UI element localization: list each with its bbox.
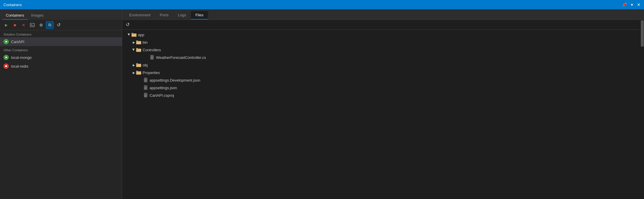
folder-icon-obj — [136, 63, 141, 67]
tree-item-appsettings-dev[interactable]: ▶ appsettings.Development.json — [122, 76, 644, 84]
left-panel: Containers Images ▶ ■ ✕ ⚙ ⧉ ↺ Solution C… — [0, 9, 122, 199]
tab-ports[interactable]: Ports — [155, 11, 173, 20]
file-icon-weatherforecast — [150, 55, 155, 60]
play-triangle-icon — [6, 40, 8, 43]
tree-item-app[interactable]: ▶ app — [122, 31, 644, 38]
title-bar-title: Containers — [3, 3, 22, 7]
stop-square-redis-icon — [5, 65, 7, 67]
status-icon-stopped-redis — [3, 64, 9, 69]
refresh-left-button[interactable]: ↺ — [55, 21, 62, 29]
stop-button[interactable]: ■ — [11, 21, 19, 29]
file-icon-cartapi-csproj — [144, 93, 148, 98]
tree-label-appsettings-dev: appsettings.Development.json — [150, 78, 200, 82]
main-layout: Containers Images ▶ ■ ✕ ⚙ ⧉ ↺ Solution C… — [0, 9, 644, 199]
svg-rect-10 — [136, 48, 138, 49]
remove-button[interactable]: ✕ — [20, 21, 27, 29]
expand-arrow-obj[interactable]: ▶ — [132, 63, 136, 67]
container-item-local-mongo[interactable]: local-mongo — [0, 53, 122, 62]
tree-label-cartapi-csproj: CartAPI.csproj — [150, 93, 174, 98]
svg-rect-7 — [136, 40, 138, 42]
folder-icon-properties — [136, 70, 141, 75]
files-toolbar: ↺ — [122, 20, 644, 30]
other-containers-header: Other Containers — [0, 46, 122, 53]
copy-logs-button[interactable]: ⧉ — [46, 21, 54, 29]
tree-item-obj[interactable]: ▶ obj — [122, 61, 644, 69]
tree-item-cartapi-csproj[interactable]: ▶ CartAPI.csproj — [122, 91, 644, 99]
tree-item-appsettings[interactable]: ▶ appsettings.json — [122, 84, 644, 91]
pin-icon[interactable]: 📌 — [622, 3, 627, 7]
left-toolbar: ▶ ■ ✕ ⚙ ⧉ ↺ — [0, 20, 122, 30]
tree-item-controllers[interactable]: ▶ Controllers — [122, 46, 644, 54]
scrollbar-thumb[interactable] — [641, 20, 644, 47]
container-label-cartapi: CartAPI — [11, 40, 24, 44]
file-icon-appsettings-dev — [144, 78, 148, 83]
start-button[interactable]: ▶ — [2, 21, 10, 29]
right-tabs-row: Environment Ports Logs Files — [122, 9, 644, 20]
svg-rect-18 — [136, 63, 138, 64]
tree-label-weatherforecastcontroller: WeatherForecastController.cs — [156, 55, 206, 60]
terminal-button[interactable] — [29, 21, 36, 29]
tree-item-properties[interactable]: ▶ Properties — [122, 69, 644, 76]
close-icon[interactable]: ✕ — [637, 3, 641, 7]
tab-containers[interactable]: Containers — [2, 11, 28, 20]
dropdown-icon[interactable]: ▾ — [631, 3, 633, 7]
tab-images[interactable]: Images — [28, 11, 47, 20]
tree-label-app: app — [138, 33, 144, 37]
title-bar-controls: 📌 ▾ ✕ — [622, 3, 641, 7]
svg-rect-21 — [136, 71, 138, 72]
tab-files[interactable]: Files — [191, 11, 208, 20]
expand-arrow-properties[interactable]: ▶ — [132, 70, 136, 75]
tree-label-controllers: Controllers — [143, 48, 161, 52]
play-triangle-mongo-icon — [6, 56, 8, 59]
svg-rect-4 — [132, 33, 133, 34]
status-icon-running-mongo — [3, 55, 9, 60]
folder-icon-bin — [136, 40, 141, 45]
left-tabs-row: Containers Images — [0, 9, 122, 20]
file-icon-appsettings — [144, 85, 148, 90]
expand-arrow-controllers[interactable]: ▶ — [132, 47, 136, 52]
tab-environment[interactable]: Environment — [125, 11, 155, 20]
container-label-local-mongo: local-mongo — [11, 55, 32, 60]
tree-item-bin[interactable]: ▶ bin — [122, 38, 644, 46]
tree-label-appsettings: appsettings.json — [150, 86, 177, 90]
tree-item-weatherforecastcontroller[interactable]: ▶ WeatherForecastController.cs — [122, 54, 644, 61]
folder-icon-controllers — [136, 47, 141, 52]
container-item-local-redis[interactable]: local-redis — [0, 62, 122, 71]
scrollbar-track[interactable] — [641, 20, 644, 199]
file-tree: ▶ app ▶ bin — [122, 30, 644, 199]
tree-label-properties: Properties — [143, 71, 160, 75]
settings-button[interactable]: ⚙ — [37, 21, 45, 29]
container-label-local-redis: local-redis — [11, 64, 28, 68]
expand-arrow-bin[interactable]: ▶ — [132, 40, 136, 45]
right-panel: Environment Ports Logs Files ↺ ▶ app — [122, 9, 644, 199]
title-bar: Containers 📌 ▾ ✕ — [0, 0, 644, 9]
tab-logs[interactable]: Logs — [173, 11, 191, 20]
solution-containers-header: Solution Containers — [0, 30, 122, 37]
tree-label-bin: bin — [143, 40, 148, 45]
folder-icon-app — [132, 32, 137, 37]
tree-label-obj: obj — [143, 63, 148, 67]
refresh-files-button[interactable]: ↺ — [126, 22, 129, 27]
expand-arrow-app[interactable]: ▶ — [127, 32, 132, 37]
title-bar-left: Containers — [3, 3, 22, 7]
status-icon-running — [3, 39, 9, 44]
container-item-cartapi[interactable]: CartAPI — [0, 37, 122, 46]
